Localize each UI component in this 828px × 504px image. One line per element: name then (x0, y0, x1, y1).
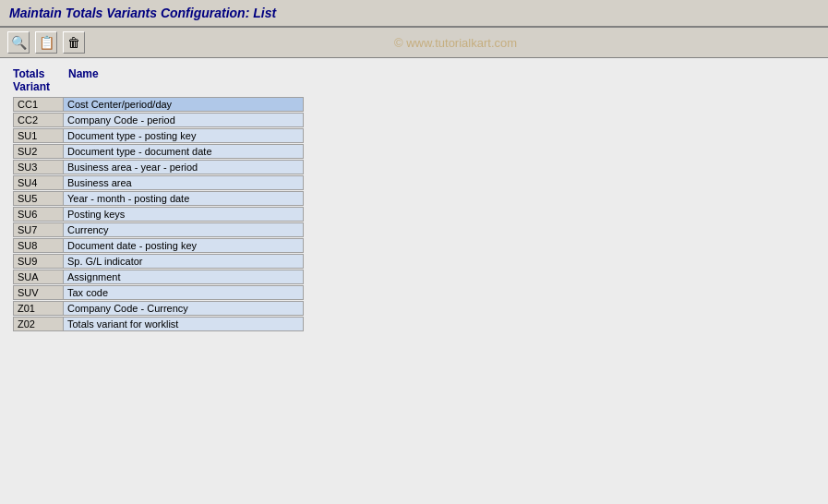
cell-name: Currency (64, 222, 304, 237)
cell-name: Cost Center/period/day (64, 97, 304, 112)
watermark: © www.tutorialkart.com (90, 36, 821, 50)
col-code-header: Totals Variant (13, 67, 68, 93)
table-row[interactable]: SU6Posting keys (13, 207, 815, 222)
cell-code: SU3 (13, 160, 64, 174)
table-row[interactable]: SU1Document type - posting key (13, 128, 815, 143)
cell-name: Company Code - Currency (64, 301, 304, 316)
title-bar: Maintain Totals Variants Configuration: … (0, 0, 828, 28)
cell-code: SU8 (13, 238, 64, 253)
table-row[interactable]: SU2Document type - document date (13, 144, 815, 159)
table-row[interactable]: SUVTax code (13, 285, 815, 300)
cell-name: Assignment (64, 270, 304, 284)
cell-code: SU5 (13, 191, 64, 206)
table-row[interactable]: SU5Year - month - posting date (13, 191, 815, 206)
page-title: Maintain Totals Variants Configuration: … (9, 6, 819, 20)
cell-code: SUV (13, 285, 64, 300)
table-row[interactable]: SU7Currency (13, 222, 815, 237)
cell-code: SU7 (13, 222, 64, 237)
table-row[interactable]: Z01Company Code - Currency (13, 301, 815, 316)
cell-code: SU6 (13, 207, 64, 222)
cell-code: Z01 (13, 301, 64, 316)
cell-name: Business area (64, 175, 304, 190)
cell-code: SU1 (13, 128, 64, 143)
cell-code: SU4 (13, 175, 64, 190)
cell-code: CC2 (13, 113, 64, 127)
cell-name: Posting keys (64, 207, 304, 222)
cell-name: Document type - posting key (64, 128, 304, 143)
table-row[interactable]: SU8Document date - posting key (13, 238, 815, 253)
table-row[interactable]: CC2Company Code - period (13, 113, 815, 127)
cell-code: SU9 (13, 254, 64, 269)
cell-name: Sp. G/L indicator (64, 254, 304, 269)
cell-name: Company Code - period (64, 113, 304, 127)
cell-name: Business area - year - period (64, 160, 304, 174)
cell-name: Document date - posting key (64, 238, 304, 253)
table-row[interactable]: SU4Business area (13, 175, 815, 190)
table-header-row: Totals Variant Name (13, 67, 815, 93)
search-button[interactable]: 🔍 (7, 31, 30, 54)
cell-code: CC1 (13, 97, 64, 112)
cell-name: Document type - document date (64, 144, 304, 159)
cell-name: Totals variant for worklist (64, 317, 304, 331)
cell-name: Year - month - posting date (64, 191, 304, 206)
cell-code: SUA (13, 270, 64, 284)
table-row[interactable]: SU9Sp. G/L indicator (13, 254, 815, 269)
cell-name: Tax code (64, 285, 304, 300)
cell-code: Z02 (13, 317, 64, 331)
copy-button[interactable]: 📋 (35, 31, 57, 54)
main-content: Totals Variant Name CC1Cost Center/perio… (0, 58, 828, 342)
data-list: CC1Cost Center/period/dayCC2Company Code… (13, 97, 815, 331)
delete-button[interactable]: 🗑 (63, 31, 85, 54)
table-row[interactable]: SUAAssignment (13, 270, 815, 284)
col-name-header: Name (68, 67, 815, 93)
table-row[interactable]: Z02Totals variant for worklist (13, 317, 815, 331)
table-row[interactable]: SU3Business area - year - period (13, 160, 815, 174)
cell-code: SU2 (13, 144, 64, 159)
table-row[interactable]: CC1Cost Center/period/day (13, 97, 815, 112)
toolbar: 🔍 📋 🗑 © www.tutorialkart.com (0, 28, 828, 58)
